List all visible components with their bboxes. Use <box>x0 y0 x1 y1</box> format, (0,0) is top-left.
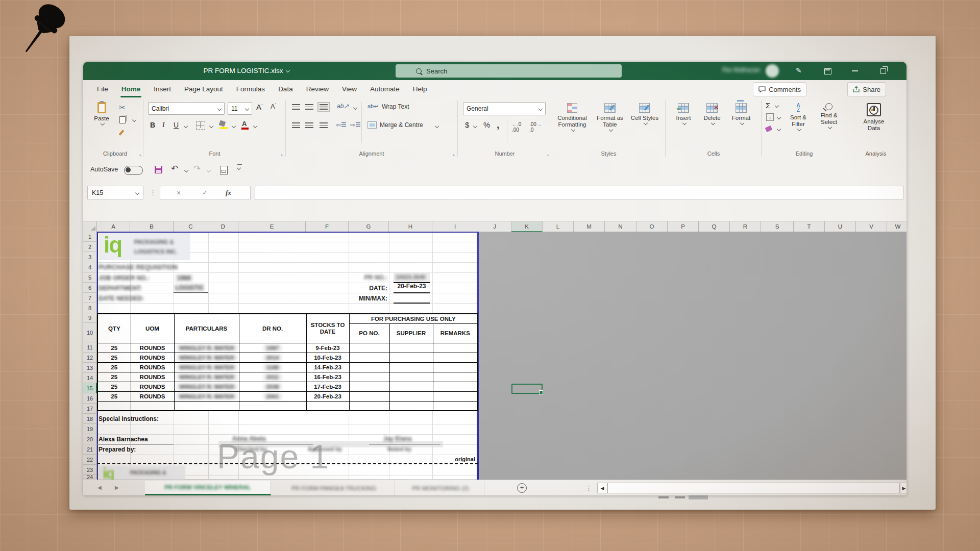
document-title[interactable]: PR FORM LOGISTIC.xlsx <box>83 62 410 80</box>
bold-button[interactable]: B <box>150 121 155 129</box>
row-header-5[interactable]: 5 <box>83 272 97 283</box>
cell-remarks[interactable] <box>433 372 478 382</box>
hscroll-right-button[interactable]: ▶ <box>900 483 906 493</box>
format-cells-button[interactable]: Format <box>728 103 754 124</box>
cell-empty[interactable] <box>389 401 433 411</box>
row-header-12[interactable]: 12 <box>83 353 97 363</box>
insert-function-icon[interactable]: fx <box>226 189 231 197</box>
font-size-select[interactable]: 11 <box>228 102 252 115</box>
row-header-4[interactable]: 4 <box>83 262 97 272</box>
align-left-icon[interactable] <box>292 122 300 129</box>
column-header-U[interactable]: U <box>825 221 856 232</box>
cell-empty[interactable] <box>131 401 174 411</box>
font-name-select[interactable]: Calibri <box>148 102 225 115</box>
column-header-O[interactable]: O <box>636 221 668 232</box>
percent-button[interactable]: % <box>483 120 490 129</box>
font-dialog-launcher[interactable]: ⌞ <box>281 151 283 156</box>
minmax-cell[interactable] <box>394 293 430 304</box>
row-header-10[interactable]: 10 <box>83 323 97 342</box>
cell-supplier[interactable] <box>389 343 433 353</box>
cell-dr-no[interactable]: 2061 <box>239 391 306 401</box>
autosave-toggle[interactable] <box>124 166 143 175</box>
cell-remarks[interactable] <box>433 391 478 401</box>
hscroll-left-button[interactable]: ◀ <box>597 483 607 493</box>
row-header-14[interactable]: 14 <box>83 373 97 383</box>
row-header-7[interactable]: 7 <box>83 293 97 303</box>
cell-particulars[interactable]: WINGLEY R. WATER <box>174 391 239 401</box>
column-header-H[interactable]: H <box>389 221 432 232</box>
cell-remarks[interactable] <box>433 343 478 353</box>
cell-empty[interactable] <box>349 401 389 411</box>
wrap-text-label[interactable]: Wrap Text <box>382 103 409 110</box>
avatar[interactable] <box>766 64 779 78</box>
row-header-3[interactable]: 3 <box>83 252 97 262</box>
cell-empty[interactable] <box>174 401 239 411</box>
borders-button[interactable] <box>196 121 205 130</box>
ribbon-tab-review[interactable]: Review <box>300 81 335 98</box>
cell-remarks[interactable] <box>433 382 478 391</box>
table-row[interactable]: 25ROUNDSWINGLEY R. WATER203817-Feb-23 <box>97 382 478 391</box>
table-row[interactable]: 25ROUNDSWINGLEY R. WATER201116-Feb-23 <box>97 372 478 382</box>
date-cell[interactable]: 20-Feb-23 <box>394 283 430 293</box>
align-top-icon[interactable] <box>292 104 300 110</box>
sheet-tab-2[interactable]: PR FORM PANGEA TRUCKING <box>273 481 395 495</box>
column-header-J[interactable]: J <box>478 221 511 232</box>
paste-button[interactable]: Paste <box>90 102 113 125</box>
table-row[interactable]: 25ROUNDSWINGLEY R. WATER19879-Feb-23 <box>97 343 478 353</box>
column-header-C[interactable]: C <box>174 221 208 232</box>
cell-stocks-to-date[interactable]: 20-Feb-23 <box>306 391 349 401</box>
ribbon-tab-file[interactable]: File <box>90 81 115 98</box>
ribbon-tab-formulas[interactable]: Formulas <box>230 81 272 98</box>
pencil-icon[interactable]: ✎ <box>796 66 802 74</box>
comma-button[interactable]: , <box>497 119 499 131</box>
decrease-decimal-icon[interactable]: .00→.0 <box>529 121 542 133</box>
share-button[interactable]: Share <box>847 82 886 96</box>
italic-button[interactable]: I <box>162 121 165 129</box>
copy-icon[interactable] <box>119 116 126 123</box>
ribbon-tab-insert[interactable]: Insert <box>147 81 178 98</box>
format-as-table-button[interactable]: Format as Table <box>593 103 627 131</box>
shrink-font-button[interactable]: A˚ <box>271 103 276 110</box>
row-header-17[interactable]: 17 <box>83 404 97 414</box>
row-header-8[interactable]: 8 <box>83 303 97 313</box>
table-row[interactable]: 25ROUNDSWINGLEY R. WATER201410-Feb-23 <box>97 353 478 362</box>
cell-stocks-to-date[interactable]: 14-Feb-23 <box>306 362 349 372</box>
row-header-22[interactable]: 22 <box>83 455 97 465</box>
formula-input[interactable] <box>255 186 903 200</box>
column-header-E[interactable]: E <box>238 221 306 232</box>
row-header-16[interactable]: 16 <box>83 393 97 404</box>
merge-center-label[interactable]: Merge & Centre <box>380 121 423 129</box>
fill-color-button[interactable] <box>219 120 228 127</box>
align-bottom-icon[interactable] <box>320 104 328 110</box>
ribbon-tab-view[interactable]: View <box>335 81 363 98</box>
sheet-tab-3[interactable]: PR MONITORING (2) <box>397 481 484 495</box>
row-header-9[interactable]: 9 <box>83 313 97 323</box>
cell-particulars[interactable]: WINGLEY R. WATER <box>174 372 239 382</box>
cell-po-no[interactable] <box>349 372 389 382</box>
print-preview-icon[interactable] <box>220 166 228 174</box>
cell-po-no[interactable] <box>349 382 389 391</box>
cell-stocks-to-date[interactable]: 17-Feb-23 <box>306 382 349 391</box>
cell-dr-no[interactable]: 1987 <box>239 343 306 353</box>
increase-decimal-icon[interactable]: ←.0.00 <box>512 121 521 133</box>
format-painter-icon[interactable] <box>119 130 125 136</box>
new-sheet-button[interactable]: + <box>517 483 527 493</box>
align-center-icon[interactable] <box>305 122 313 129</box>
cell-uom[interactable]: ROUNDS <box>131 372 174 382</box>
table-row[interactable]: 25ROUNDSWINGLEY R. WATER118814-Feb-23 <box>97 362 478 372</box>
fill-icon[interactable]: ↓ <box>766 113 774 121</box>
cell-uom[interactable]: ROUNDS <box>131 382 174 391</box>
analyse-data-button[interactable]: Analyse Data <box>857 103 890 132</box>
ribbon-options-icon[interactable] <box>824 68 831 74</box>
cut-icon[interactable]: ✂ <box>119 103 126 112</box>
cell-particulars[interactable]: WINGLEY R. WATER <box>174 382 239 391</box>
cell-stocks-to-date[interactable]: 9-Feb-23 <box>306 343 349 353</box>
column-header-R[interactable]: R <box>730 221 761 232</box>
row-header-19[interactable]: 19 <box>83 424 97 434</box>
cell-qty[interactable]: 25 <box>97 382 131 391</box>
row-header-2[interactable]: 2 <box>83 242 97 252</box>
underline-button[interactable]: U <box>174 121 179 129</box>
column-header-S[interactable]: S <box>761 221 794 232</box>
save-icon[interactable] <box>155 166 162 173</box>
align-right-icon[interactable] <box>320 122 328 129</box>
